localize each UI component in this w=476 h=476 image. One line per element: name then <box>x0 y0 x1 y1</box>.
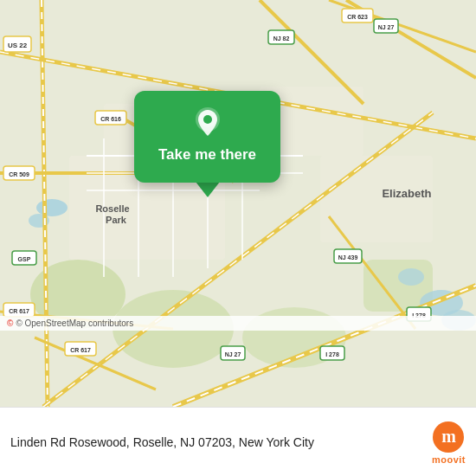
map-popup[interactable]: Take me there <box>134 91 280 197</box>
map-view: US 22 CR 509 GSP CR 616 NJ 82 CR 623 NJ … <box>0 0 476 407</box>
svg-text:I 278: I 278 <box>325 351 339 357</box>
svg-text:NJ 82: NJ 82 <box>273 35 290 42</box>
svg-text:CR 623: CR 623 <box>347 14 368 20</box>
svg-point-9 <box>398 268 424 286</box>
svg-text:CR 509: CR 509 <box>9 171 29 177</box>
bottom-bar: Linden Rd Rosewood, Roselle, NJ 07203, N… <box>0 407 476 476</box>
svg-text:NJ 439: NJ 439 <box>338 254 358 261</box>
take-me-there-label: Take me there <box>158 146 256 164</box>
moovit-letter: m <box>441 427 456 447</box>
svg-text:Elizabeth: Elizabeth <box>382 187 431 200</box>
svg-text:NJ 27: NJ 27 <box>225 351 241 357</box>
svg-text:Roselle: Roselle <box>95 203 129 214</box>
moovit-logo: m moovit <box>432 421 466 465</box>
attribution-text: © OpenStreetMap contributors <box>16 318 133 328</box>
app-container: US 22 CR 509 GSP CR 616 NJ 82 CR 623 NJ … <box>0 0 476 476</box>
address-label: Linden Rd Rosewood, Roselle, NJ 07203, N… <box>10 434 423 452</box>
take-me-there-button[interactable]: Take me there <box>134 91 280 183</box>
svg-text:NJ 27: NJ 27 <box>378 24 395 30</box>
map-svg: US 22 CR 509 GSP CR 616 NJ 82 CR 623 NJ … <box>0 0 476 407</box>
location-pin-icon <box>191 106 224 139</box>
svg-point-5 <box>36 199 68 216</box>
svg-text:CR 617: CR 617 <box>9 308 29 314</box>
osm-logo: © <box>7 318 13 328</box>
popup-tail <box>196 182 220 197</box>
map-attribution: © © OpenStreetMap contributors <box>0 316 476 331</box>
svg-text:CR 616: CR 616 <box>100 116 121 122</box>
moovit-brand: moovit <box>432 454 466 465</box>
moovit-icon: m <box>433 421 464 453</box>
svg-text:Park: Park <box>106 215 127 225</box>
svg-point-69 <box>203 115 212 124</box>
svg-text:CR 617: CR 617 <box>70 347 91 353</box>
svg-text:US 22: US 22 <box>8 42 28 49</box>
svg-text:GSP: GSP <box>18 256 31 262</box>
